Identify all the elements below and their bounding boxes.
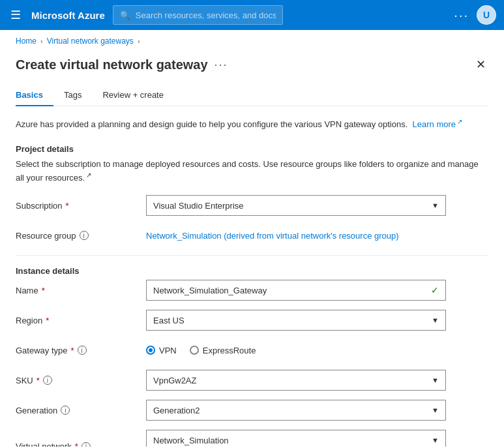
- resource-group-value: Network_Simulation (derived from virtual…: [146, 231, 399, 241]
- gateway-type-radio-group: VPN ExpressRoute: [146, 346, 488, 355]
- breadcrumb-home[interactable]: Home: [16, 37, 37, 46]
- region-dropdown-arrow: ▼: [432, 316, 439, 324]
- external-link-icon: ↗: [457, 118, 462, 125]
- subscription-control: Visual Studio Enterprise ▼: [146, 195, 488, 216]
- page-header-left: Create virtual network gateway ···: [16, 57, 228, 72]
- info-banner: Azure has provided a planning and design…: [16, 117, 488, 131]
- region-row: Region * East US ▼: [16, 310, 488, 331]
- generation-dropdown-arrow: ▼: [432, 406, 439, 414]
- breadcrumb: Home › Virtual network gateways ›: [0, 30, 504, 50]
- instance-details-title: Instance details: [16, 266, 488, 276]
- name-control: Network_Simulation_Gateway ✓: [146, 280, 488, 301]
- name-label: Name *: [16, 286, 146, 295]
- resource-group-info-icon[interactable]: i: [80, 231, 89, 240]
- gateway-type-row: Gateway type * i VPN ExpressRoute: [16, 340, 488, 361]
- tab-basics[interactable]: Basics: [16, 85, 53, 106]
- name-check-icon: ✓: [431, 285, 439, 295]
- generation-label: Generation i: [16, 406, 146, 415]
- tab-tags[interactable]: Tags: [53, 85, 92, 106]
- search-bar[interactable]: 🔍: [113, 5, 283, 25]
- resource-group-control: Network_Simulation (derived from virtual…: [146, 231, 488, 241]
- breadcrumb-sep1: ›: [40, 37, 43, 45]
- divider: [16, 255, 488, 256]
- gateway-type-control: VPN ExpressRoute: [146, 346, 488, 355]
- page-title: Create virtual network gateway: [16, 57, 208, 72]
- tab-review-create[interactable]: Review + create: [92, 85, 174, 106]
- avatar[interactable]: U: [477, 5, 496, 25]
- search-icon: 🔍: [120, 10, 130, 20]
- gateway-type-expressroute-radio[interactable]: [190, 346, 199, 355]
- project-details-desc: Select the subscription to manage deploy…: [16, 158, 488, 185]
- virtual-network-info-icon[interactable]: i: [82, 442, 91, 447]
- resource-group-row: Resource group i Network_Simulation (der…: [16, 225, 488, 246]
- tabs: Basics Tags Review + create: [16, 85, 488, 106]
- name-row: Name * Network_Simulation_Gateway ✓: [16, 280, 488, 301]
- hamburger-menu[interactable]: ☰: [8, 5, 23, 25]
- name-required: *: [42, 286, 45, 295]
- gateway-type-vpn-option[interactable]: VPN: [146, 346, 177, 355]
- learn-more-link[interactable]: Learn more↗: [413, 119, 462, 129]
- breadcrumb-sep2: ›: [138, 37, 140, 45]
- desc-external-icon: ↗: [86, 172, 91, 179]
- sku-dropdown[interactable]: VpnGw2AZ ▼: [146, 370, 446, 391]
- page-options-icon[interactable]: ···: [215, 58, 228, 72]
- sku-required: *: [37, 376, 40, 385]
- page-header: Create virtual network gateway ··· ✕: [16, 50, 488, 85]
- gateway-type-info-icon[interactable]: i: [78, 346, 87, 355]
- virtual-network-row: Virtual network * i Network_Simulation ▼…: [16, 430, 488, 447]
- gateway-type-expressroute-option[interactable]: ExpressRoute: [190, 346, 256, 355]
- search-input[interactable]: [136, 10, 276, 20]
- generation-row: Generation i Generation2 ▼: [16, 400, 488, 421]
- gateway-type-required: *: [71, 346, 74, 355]
- sku-row: SKU * i VpnGw2AZ ▼: [16, 370, 488, 391]
- subscription-dropdown[interactable]: Visual Studio Enterprise ▼: [146, 195, 446, 216]
- gateway-type-vpn-radio[interactable]: [146, 346, 155, 355]
- region-required: *: [46, 316, 49, 325]
- app-title: Microsoft Azure: [31, 10, 105, 21]
- virtual-network-dropdown-arrow: ▼: [432, 436, 439, 444]
- name-input[interactable]: Network_Simulation_Gateway ✓: [146, 280, 446, 301]
- region-control: East US ▼: [146, 310, 488, 331]
- resource-group-label: Resource group i: [16, 231, 146, 241]
- sku-label: SKU * i: [16, 376, 146, 385]
- virtual-network-dropdown[interactable]: Network_Simulation ▼: [146, 430, 446, 447]
- subscription-required: *: [66, 201, 69, 211]
- subscription-row: Subscription * Visual Studio Enterprise …: [16, 195, 488, 216]
- main-content: Create virtual network gateway ··· ✕ Bas…: [0, 50, 504, 447]
- breadcrumb-section[interactable]: Virtual network gateways: [47, 37, 134, 46]
- generation-control: Generation2 ▼: [146, 400, 488, 421]
- generation-info-icon[interactable]: i: [61, 406, 70, 415]
- gateway-type-label: Gateway type * i: [16, 346, 146, 355]
- project-details-title: Project details: [16, 144, 488, 154]
- virtual-network-required: *: [75, 441, 78, 447]
- subscription-dropdown-arrow: ▼: [432, 202, 439, 209]
- sku-control: VpnGw2AZ ▼: [146, 370, 488, 391]
- virtual-network-label: Virtual network * i: [16, 441, 146, 447]
- virtual-network-control: Network_Simulation ▼ Create virtual netw…: [146, 430, 488, 447]
- top-navigation: ☰ Microsoft Azure 🔍 ··· U: [0, 0, 504, 30]
- nav-more-icon[interactable]: ···: [454, 8, 469, 23]
- region-label: Region *: [16, 316, 146, 325]
- close-button[interactable]: ✕: [473, 55, 488, 74]
- sku-info-icon[interactable]: i: [43, 376, 52, 385]
- region-dropdown[interactable]: East US ▼: [146, 310, 446, 331]
- subscription-label: Subscription *: [16, 201, 146, 211]
- generation-dropdown[interactable]: Generation2 ▼: [146, 400, 446, 421]
- sku-dropdown-arrow: ▼: [432, 376, 439, 384]
